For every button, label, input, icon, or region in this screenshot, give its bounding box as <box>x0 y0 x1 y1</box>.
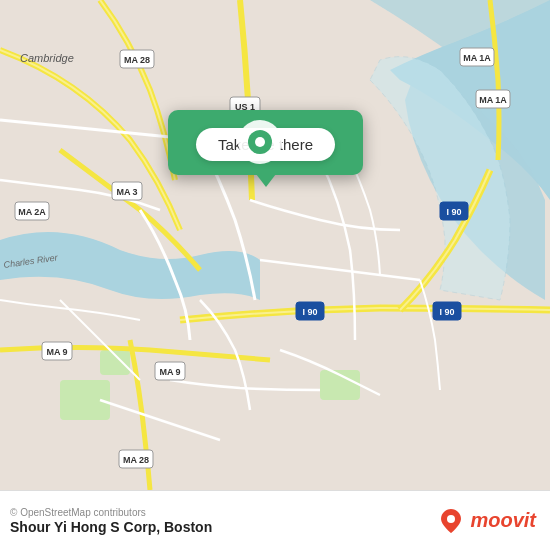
moovit-text: moovit <box>470 509 536 532</box>
svg-text:MA 28: MA 28 <box>124 55 150 65</box>
svg-text:MA 9: MA 9 <box>159 367 180 377</box>
map-container: MA 28 US 1 MA 2A MA 3 MA 9 MA 9 MA 28 I … <box>0 0 550 490</box>
moovit-logo: moovit <box>437 507 536 535</box>
osm-attribution: © OpenStreetMap contributors <box>10 507 212 518</box>
svg-text:MA 1A: MA 1A <box>479 95 507 105</box>
moovit-icon <box>437 507 465 535</box>
svg-text:MA 28: MA 28 <box>123 455 149 465</box>
svg-text:Cambridge: Cambridge <box>20 52 74 64</box>
svg-point-33 <box>447 515 455 523</box>
svg-text:MA 2A: MA 2A <box>18 207 46 217</box>
attribution-section: © OpenStreetMap contributors Shour Yi Ho… <box>10 507 212 535</box>
svg-text:I 90: I 90 <box>446 207 461 217</box>
take-me-there-button[interactable]: Take me there <box>196 128 335 161</box>
popup-card: Take me there <box>168 110 363 175</box>
svg-text:MA 3: MA 3 <box>116 187 137 197</box>
place-name: Shour Yi Hong S Corp, Boston <box>10 519 212 535</box>
svg-text:MA 1A: MA 1A <box>463 53 491 63</box>
svg-text:MA 9: MA 9 <box>46 347 67 357</box>
svg-text:I 90: I 90 <box>302 307 317 317</box>
svg-text:I 90: I 90 <box>439 307 454 317</box>
bottom-bar: © OpenStreetMap contributors Shour Yi Ho… <box>0 490 550 550</box>
